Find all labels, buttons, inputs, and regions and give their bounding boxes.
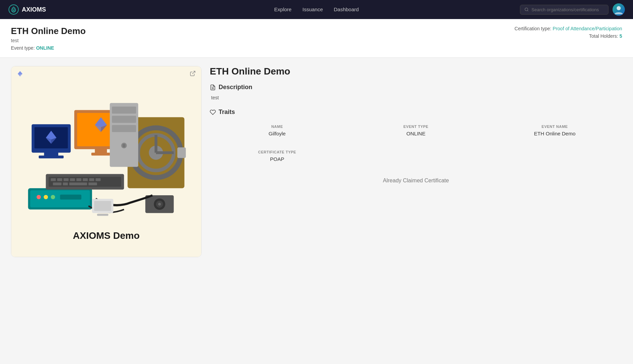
svg-point-41 bbox=[51, 195, 55, 199]
svg-point-40 bbox=[44, 195, 48, 199]
trait-card: EVENT TYPEONLINE bbox=[349, 120, 484, 141]
external-link-icon[interactable] bbox=[190, 70, 196, 77]
trait-card: CERTIFICATE TYPEPOAP bbox=[210, 145, 345, 167]
svg-rect-45 bbox=[51, 178, 56, 181]
svg-rect-53 bbox=[53, 182, 61, 185]
trait-value: ONLINE bbox=[354, 131, 478, 136]
brand-logo[interactable]: AXIOMS bbox=[8, 4, 46, 15]
traits-section: Traits NAMEGilfoyleEVENT TYPEONLINEEVENT… bbox=[210, 109, 622, 167]
svg-rect-32 bbox=[112, 106, 136, 114]
svg-line-3 bbox=[527, 10, 528, 11]
nft-card-header bbox=[11, 66, 201, 81]
cert-type-value: Proof of Attendance/Participation bbox=[553, 26, 622, 31]
svg-rect-51 bbox=[89, 178, 94, 181]
nav-dashboard[interactable]: Dashboard bbox=[334, 6, 359, 12]
page-title: ETH Online Demo bbox=[11, 26, 86, 36]
svg-rect-23 bbox=[39, 155, 64, 158]
event-type-label: Event type: bbox=[11, 45, 35, 51]
cert-type-line: Certification type: Proof of Attendance/… bbox=[515, 26, 622, 31]
avatar[interactable] bbox=[613, 3, 625, 16]
trait-value: ETH Online Demo bbox=[493, 131, 617, 136]
event-type-value: ONLINE bbox=[36, 45, 54, 51]
cert-detail-title: ETH Online Demo bbox=[210, 66, 622, 77]
svg-rect-55 bbox=[69, 182, 87, 185]
svg-rect-56 bbox=[89, 182, 97, 185]
claimed-section: Already Claimed Certificate bbox=[210, 178, 622, 184]
svg-rect-63 bbox=[97, 214, 108, 216]
trait-value: Gilfoyle bbox=[215, 131, 339, 136]
search-icon bbox=[524, 7, 529, 12]
eth-icon bbox=[17, 70, 23, 77]
nft-image-area: AXIOMS Demo bbox=[11, 66, 201, 257]
trait-label: EVENT TYPE bbox=[354, 125, 478, 129]
page-subtitle: test bbox=[11, 38, 86, 43]
trait-label: NAME bbox=[215, 125, 339, 129]
svg-rect-47 bbox=[64, 178, 69, 181]
traits-grid: NAMEGilfoyleEVENT TYPEONLINEEVENT NAMEET… bbox=[210, 120, 622, 167]
navbar: AXIOMS Explore Issuance Dashboard bbox=[0, 0, 633, 19]
event-type-line: Event type: ONLINE bbox=[11, 45, 86, 51]
nav-explore[interactable]: Explore bbox=[274, 6, 291, 12]
svg-rect-54 bbox=[63, 182, 68, 185]
holders-label: Total Holders: bbox=[589, 33, 618, 39]
description-text: test bbox=[210, 95, 622, 100]
svg-rect-36 bbox=[123, 144, 125, 147]
page-header: ETH Online Demo test Event type: ONLINE … bbox=[0, 19, 633, 58]
svg-rect-49 bbox=[76, 178, 81, 181]
nft-card-title: AXIOMS Demo bbox=[73, 230, 140, 241]
claimed-text: Already Claimed Certificate bbox=[383, 178, 449, 183]
right-panel: ETH Online Demo Description test Traits bbox=[210, 66, 622, 257]
nft-illustration bbox=[25, 89, 188, 224]
trait-label: CERTIFICATE TYPE bbox=[215, 150, 339, 154]
svg-rect-33 bbox=[112, 116, 136, 123]
svg-rect-62 bbox=[94, 201, 111, 211]
svg-rect-48 bbox=[70, 178, 75, 181]
cert-type-label: Certification type: bbox=[515, 26, 551, 31]
nav-issuance[interactable]: Issuance bbox=[302, 6, 323, 12]
holders-count: 5 bbox=[619, 33, 622, 39]
trait-card: EVENT NAMEETH Online Demo bbox=[487, 120, 622, 141]
trait-label: EVENT NAME bbox=[493, 125, 617, 129]
navbar-right bbox=[520, 3, 625, 16]
page-header-left: ETH Online Demo test Event type: ONLINE bbox=[11, 26, 86, 51]
description-label: Description bbox=[219, 84, 252, 91]
brand-name: AXIOMS bbox=[22, 6, 46, 13]
search-bar bbox=[520, 5, 608, 15]
svg-line-9 bbox=[192, 71, 195, 74]
description-heading: Description bbox=[210, 84, 622, 91]
nft-card: AXIOMS Demo bbox=[11, 66, 202, 257]
svg-rect-46 bbox=[57, 178, 62, 181]
svg-rect-30 bbox=[91, 153, 110, 155]
svg-point-5 bbox=[617, 6, 621, 10]
svg-point-60 bbox=[158, 203, 161, 205]
traits-label: Traits bbox=[219, 109, 235, 116]
traits-heading: Traits bbox=[210, 109, 622, 116]
search-input[interactable] bbox=[532, 7, 604, 12]
svg-rect-16 bbox=[177, 147, 186, 158]
svg-rect-34 bbox=[112, 125, 136, 132]
nav-links: Explore Issuance Dashboard bbox=[274, 6, 359, 13]
holders-line: Total Holders: 5 bbox=[515, 33, 622, 39]
svg-point-2 bbox=[525, 8, 528, 11]
traits-icon bbox=[210, 109, 216, 115]
svg-rect-29 bbox=[95, 148, 107, 153]
svg-rect-52 bbox=[96, 178, 101, 181]
trait-value: POAP bbox=[215, 156, 339, 162]
svg-point-1 bbox=[13, 10, 14, 11]
description-icon bbox=[210, 84, 216, 90]
trait-card: NAMEGilfoyle bbox=[210, 120, 345, 141]
page-header-right: Certification type: Proof of Attendance/… bbox=[515, 26, 622, 39]
svg-rect-42 bbox=[60, 195, 81, 200]
svg-rect-50 bbox=[83, 178, 88, 181]
main-content: AXIOMS Demo ETH Online Demo Description … bbox=[0, 58, 633, 265]
svg-point-39 bbox=[36, 195, 41, 199]
